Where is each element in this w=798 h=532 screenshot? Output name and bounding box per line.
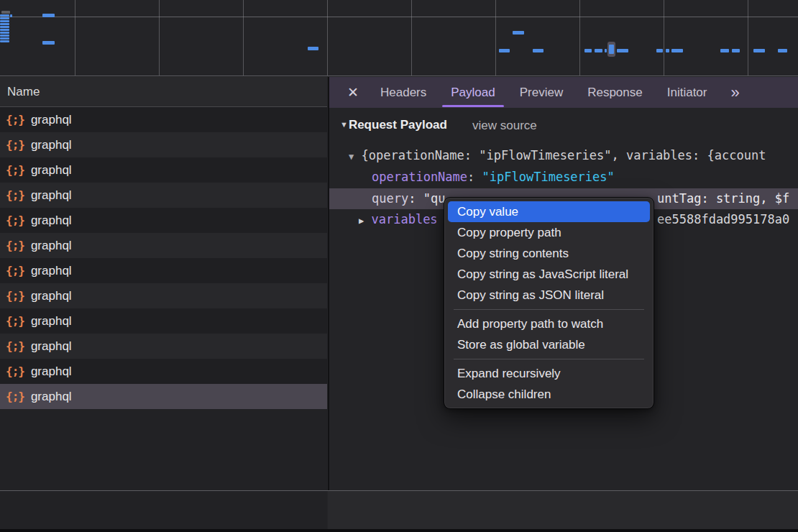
fetch-json-icon: {;} (6, 188, 24, 202)
property-key: operationName (372, 170, 467, 184)
payload-root-row[interactable]: ▼ {operationName: "ipFlowTimeseries", va… (329, 145, 798, 166)
request-row-graphql[interactable]: {;}graphql (0, 132, 327, 157)
overview-gridline-vertical (159, 0, 160, 75)
request-name-label: graphql (31, 214, 72, 228)
fetch-json-icon: {;} (6, 239, 24, 252)
request-payload-section-header[interactable]: ▼Request Payload (340, 118, 447, 132)
section-collapse-icon[interactable]: ▼ (340, 120, 348, 129)
request-name-label: graphql (31, 163, 72, 178)
overview-selected-request-marker[interactable] (607, 42, 615, 57)
menu-item-copy-string-as-json-literal[interactable]: Copy string as JSON literal (448, 285, 650, 306)
menu-item-copy-string-as-javascript-literal[interactable]: Copy string as JavaScript literal (448, 264, 650, 285)
request-row-graphql[interactable]: {;}graphql (0, 308, 327, 334)
request-name-label: graphql (31, 339, 72, 354)
request-row-graphql[interactable]: {;}graphql (0, 183, 327, 208)
property-key: query (372, 191, 408, 206)
overview-request-bar (0, 32, 9, 34)
overview-request-bar (0, 23, 9, 25)
detail-panel-footer-area (328, 491, 798, 532)
overview-request-bar (595, 49, 602, 52)
tab-response[interactable]: Response (575, 77, 655, 108)
menu-item-copy-value[interactable]: Copy value (448, 201, 650, 222)
overview-pending-bar (1, 11, 10, 14)
fetch-json-icon: {;} (6, 138, 24, 152)
property-value: "ipFlowTimeseries" (482, 170, 615, 184)
overview-request-bar (720, 49, 729, 52)
request-row-graphql[interactable]: {;}graphql (0, 208, 327, 233)
overview-request-bar (308, 47, 318, 50)
overview-request-bar (617, 49, 628, 52)
request-list-panel: Name {;}graphql{;}graphql{;}graphql{;}gr… (0, 77, 327, 532)
overview-gridline-vertical (579, 0, 580, 75)
request-row-graphql[interactable]: {;}graphql (0, 107, 327, 132)
context-menu: Copy valueCopy property pathCopy string … (444, 197, 654, 409)
property-value-left: "qu (423, 191, 446, 206)
overview-gridline-vertical (411, 0, 412, 75)
tab-headers[interactable]: Headers (368, 77, 439, 108)
request-row-graphql[interactable]: {;}graphql (0, 334, 327, 359)
property-value-right: ee5588fdad995178a0 (657, 209, 789, 230)
request-row-graphql[interactable]: {;}graphql (0, 384, 327, 409)
overview-request-bar (753, 49, 765, 52)
section-title: Request Payload (349, 118, 447, 132)
more-tabs-icon[interactable]: » (725, 77, 745, 108)
request-name-label: graphql (31, 364, 72, 379)
fetch-json-icon: {;} (6, 364, 24, 378)
detail-tabs: HeadersPayloadPreviewResponseInitiator (368, 77, 719, 108)
property-value-right: untTag: string, $f (657, 188, 789, 209)
overview-request-bar (584, 49, 592, 52)
overview-request-bar (42, 14, 55, 17)
expander-down-icon[interactable]: ▼ (349, 152, 354, 162)
menu-item-copy-property-path[interactable]: Copy property path (448, 222, 650, 243)
overview-gridline-vertical (495, 0, 496, 75)
request-name-label: graphql (31, 264, 72, 278)
tab-payload[interactable]: Payload (439, 77, 507, 108)
network-overview-timeline[interactable] (0, 0, 798, 76)
menu-item-expand-recursively[interactable]: Expand recursively (448, 363, 650, 384)
overview-request-bar (0, 29, 9, 31)
fetch-json-icon: {;} (6, 314, 24, 328)
menu-divider (454, 309, 644, 310)
close-icon[interactable]: ✕ (338, 77, 368, 108)
fetch-json-icon: {;} (6, 113, 24, 127)
overview-request-bar (0, 20, 9, 22)
request-rows: {;}graphql{;}graphql{;}graphql{;}graphql… (0, 107, 327, 409)
menu-divider (454, 359, 644, 359)
menu-item-copy-string-contents[interactable]: Copy string contents (448, 243, 650, 264)
request-name-label: graphql (31, 289, 72, 303)
devtools-network-panel: Name {;}graphql{;}graphql{;}graphql{;}gr… (0, 0, 798, 532)
fetch-json-icon: {;} (6, 339, 24, 353)
overview-request-bar (671, 49, 683, 52)
overview-request-bar (0, 17, 9, 19)
view-source-link[interactable]: view source (472, 119, 537, 133)
fetch-json-icon: {;} (6, 289, 24, 303)
request-row-graphql[interactable]: {;}graphql (0, 283, 327, 308)
window-bottom-edge (0, 529, 798, 532)
overview-request-bar (0, 37, 9, 40)
expander-right-icon[interactable]: ▶ (359, 216, 364, 226)
request-row-graphql[interactable]: {;}graphql (0, 157, 327, 183)
request-row-graphql[interactable]: {;}graphql (0, 233, 327, 258)
overview-gridline-vertical (327, 0, 328, 75)
overview-request-bar (42, 41, 55, 45)
overview-request-bar (778, 49, 787, 52)
request-name-label: graphql (31, 314, 72, 329)
payload-property-operationName[interactable]: operationName: "ipFlowTimeseries" (329, 167, 798, 188)
overview-request-bar (732, 49, 740, 52)
tab-initiator[interactable]: Initiator (655, 77, 720, 108)
fetch-json-icon: {;} (6, 264, 24, 278)
property-key: variables (371, 212, 437, 226)
overview-request-bar (0, 40, 9, 42)
overview-request-bar (0, 14, 9, 17)
menu-item-collapse-children[interactable]: Collapse children (448, 384, 650, 405)
menu-item-store-as-global-variable[interactable]: Store as global variable (448, 334, 650, 355)
overview-request-bar (0, 35, 9, 37)
overview-request-bar (656, 49, 663, 52)
overview-gridline-vertical (243, 0, 244, 75)
request-row-graphql[interactable]: {;}graphql (0, 359, 327, 384)
name-column-header[interactable]: Name (0, 77, 327, 107)
menu-item-add-property-path-to-watch[interactable]: Add property path to watch (448, 313, 650, 334)
overview-gridline-vertical (664, 0, 664, 75)
tab-preview[interactable]: Preview (508, 77, 575, 108)
request-row-graphql[interactable]: {;}graphql (0, 258, 327, 283)
